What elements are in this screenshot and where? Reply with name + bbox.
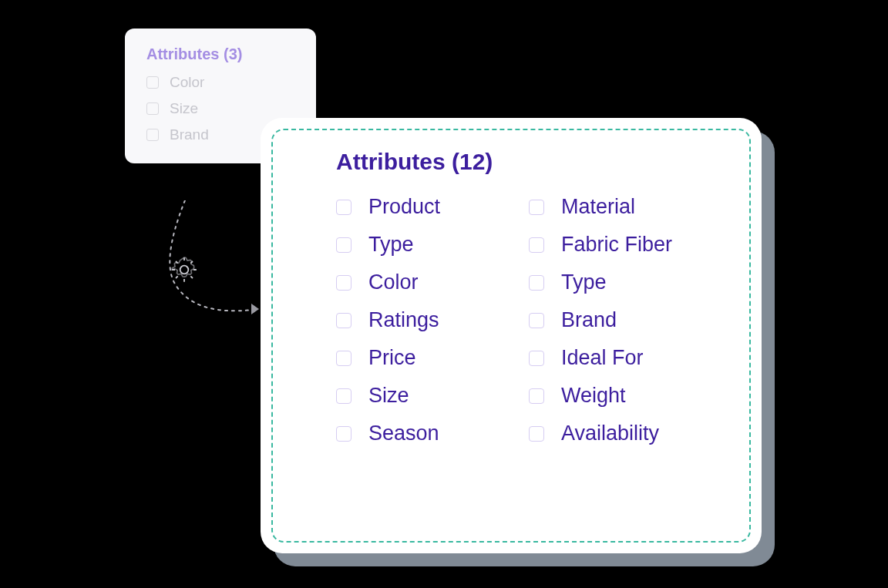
attributes-large-panel: Attributes (12) Product Type Color Ratin… [261, 118, 762, 553]
list-item[interactable]: Season [336, 422, 506, 445]
checkbox-icon[interactable] [529, 237, 544, 253]
list-item[interactable]: Size [336, 384, 506, 408]
list-item[interactable]: Availability [529, 422, 672, 445]
attribute-label: Size [368, 384, 409, 408]
attributes-column-2: Material Fabric Fiber Type Brand Ideal F… [529, 195, 672, 445]
list-item[interactable]: Ideal For [529, 346, 672, 370]
list-item[interactable]: Material [529, 195, 672, 219]
attribute-label: Size [170, 100, 198, 117]
attribute-label: Availability [561, 422, 659, 445]
attribute-label: Brand [561, 308, 617, 332]
checkbox-icon[interactable] [529, 426, 544, 442]
list-item[interactable]: Fabric Fiber [529, 233, 672, 257]
list-item[interactable]: Color [336, 270, 506, 294]
large-panel-title: Attributes (12) [336, 149, 722, 175]
attribute-label: Ratings [368, 308, 439, 332]
arrowhead-icon [251, 304, 259, 314]
checkbox-icon[interactable] [529, 200, 544, 215]
attribute-label: Material [561, 195, 635, 219]
checkbox-icon[interactable] [336, 275, 352, 291]
gear-icon [169, 254, 200, 285]
checkbox-icon[interactable] [146, 129, 159, 141]
checkbox-icon[interactable] [146, 76, 159, 89]
list-item[interactable]: Ratings [336, 308, 506, 332]
attribute-label: Color [170, 74, 204, 91]
checkbox-icon[interactable] [336, 313, 352, 328]
checkbox-icon[interactable] [336, 237, 352, 253]
checkbox-icon[interactable] [336, 200, 352, 215]
list-item[interactable]: Brand [529, 308, 672, 332]
attribute-label: Brand [170, 126, 209, 143]
list-item[interactable]: Product [336, 195, 506, 219]
attribute-label: Price [368, 346, 416, 370]
list-item[interactable]: Type [336, 233, 506, 257]
svg-point-0 [180, 266, 189, 274]
list-item[interactable]: Color [146, 74, 294, 91]
checkbox-icon[interactable] [529, 275, 544, 291]
checkbox-icon[interactable] [336, 388, 352, 404]
attribute-label: Product [368, 195, 440, 219]
list-item[interactable]: Weight [529, 384, 672, 408]
attribute-label: Fabric Fiber [561, 233, 672, 257]
checkbox-icon[interactable] [529, 388, 544, 404]
list-item[interactable]: Price [336, 346, 506, 370]
attribute-label: Weight [561, 384, 626, 408]
attribute-label: Type [561, 270, 607, 294]
attributes-column-1: Product Type Color Ratings Price Size Se… [336, 195, 506, 445]
attribute-label: Season [368, 422, 439, 445]
checkbox-icon[interactable] [336, 426, 352, 442]
checkbox-icon[interactable] [529, 351, 544, 366]
list-item[interactable]: Type [529, 270, 672, 294]
attribute-label: Ideal For [561, 346, 644, 370]
small-panel-title: Attributes (3) [146, 45, 294, 63]
checkbox-icon[interactable] [146, 102, 159, 115]
attribute-label: Type [368, 233, 414, 257]
checkbox-icon[interactable] [336, 351, 352, 366]
list-item[interactable]: Size [146, 100, 294, 117]
checkbox-icon[interactable] [529, 313, 544, 328]
attribute-label: Color [368, 270, 419, 294]
